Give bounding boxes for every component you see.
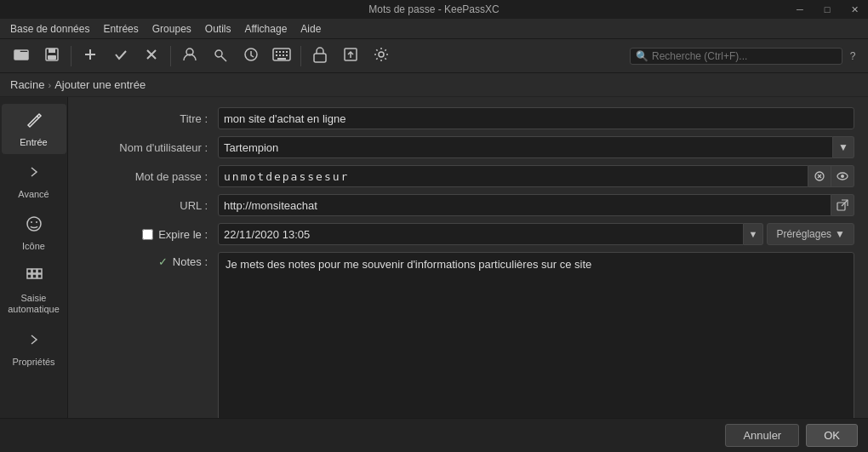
toolbar: 🔍 ?: [0, 39, 868, 73]
edit-icon: [25, 111, 43, 134]
grid-icon: [25, 266, 43, 289]
toolbar-separator-1: [71, 46, 71, 66]
notes-textarea[interactable]: [218, 252, 854, 418]
username-row: Nom d'utilisateur : ▼: [82, 136, 854, 158]
svg-rect-24: [314, 54, 326, 62]
export-button[interactable]: [336, 42, 365, 71]
titre-row: Titre :: [82, 107, 854, 129]
svg-line-12: [221, 56, 226, 61]
sidebar-item-properties[interactable]: Propriétés: [2, 323, 66, 374]
lock-button[interactable]: [306, 42, 334, 71]
expire-input[interactable]: [218, 223, 744, 245]
username-field-group: ▼: [218, 136, 854, 158]
url-open-button[interactable]: [831, 194, 854, 216]
save-db-button[interactable]: [37, 42, 66, 71]
svg-point-11: [215, 50, 222, 57]
form-area: Titre : Nom d'utilisateur : ▼ Mot de pas…: [68, 97, 868, 418]
new-entry-button[interactable]: [76, 42, 105, 71]
keyboard-button[interactable]: [267, 42, 296, 71]
svg-point-29: [27, 217, 41, 231]
history-button[interactable]: [237, 42, 266, 71]
menu-groups[interactable]: Groupes: [146, 21, 198, 37]
settings-button[interactable]: [367, 42, 396, 71]
properties-icon: [25, 330, 43, 353]
breadcrumb: Racine › Ajouter une entrée: [0, 73, 868, 97]
expire-checkbox[interactable]: [142, 229, 153, 240]
password-input[interactable]: [218, 165, 808, 187]
username-label: Nom d'utilisateur :: [82, 141, 218, 154]
cancel-button[interactable]: Annuler: [725, 424, 799, 447]
add-entry-icon: [82, 46, 99, 66]
svg-rect-36: [32, 274, 37, 278]
lock-icon: [312, 46, 328, 66]
export-icon: [342, 46, 359, 66]
sidebar-item-icon[interactable]: Icône: [2, 208, 66, 258]
svg-rect-5: [48, 55, 56, 60]
sidebar-item-advanced[interactable]: Avancé: [2, 156, 66, 206]
svg-point-42: [841, 175, 844, 178]
toolbar-separator-2: [170, 46, 171, 66]
svg-rect-2: [14, 52, 28, 60]
menu-entries[interactable]: Entrées: [96, 21, 145, 37]
footer: Annuler OK: [0, 418, 868, 452]
maximize-button[interactable]: □: [814, 0, 841, 19]
titre-input[interactable]: [218, 107, 854, 129]
username-input[interactable]: [218, 136, 833, 158]
url-input[interactable]: [218, 194, 831, 216]
svg-rect-17: [283, 51, 284, 53]
titlebar: Mots de passe - KeePassXC ─ □ ✕: [0, 0, 868, 19]
breadcrumb-separator: ›: [48, 80, 51, 90]
ok-button[interactable]: OK: [806, 424, 858, 447]
svg-point-27: [379, 52, 384, 57]
svg-rect-37: [37, 274, 42, 278]
delete-icon: [143, 46, 160, 66]
presets-button[interactable]: Préréglages ▼: [767, 223, 854, 245]
svg-rect-33: [32, 269, 37, 273]
password-toggle-button[interactable]: [831, 165, 854, 187]
open-db-button[interactable]: [7, 42, 36, 71]
sidebar-item-entry[interactable]: Entrée: [2, 104, 66, 154]
url-field-group: [218, 194, 854, 216]
confirm-entry-button[interactable]: [106, 42, 135, 71]
svg-rect-16: [279, 51, 281, 53]
key-button[interactable]: [206, 42, 235, 71]
svg-rect-20: [279, 54, 281, 56]
add-user-button[interactable]: [175, 42, 204, 71]
minimize-button[interactable]: ─: [786, 0, 814, 19]
svg-rect-7: [89, 49, 91, 60]
expire-arrow-button[interactable]: ▼: [744, 223, 764, 245]
menu-help[interactable]: Aide: [294, 21, 328, 37]
url-row: URL :: [82, 194, 854, 216]
search-box: 🔍: [630, 48, 842, 65]
sidebar: Entrée Avancé Icône Saisieautomatique: [0, 97, 68, 418]
check-icon: [112, 46, 129, 66]
password-generate-button[interactable]: [808, 165, 831, 187]
sidebar-item-advanced-label: Avancé: [18, 189, 49, 199]
notes-checkmark-icon: [158, 255, 168, 268]
save-db-icon: [43, 46, 60, 66]
sidebar-item-entry-label: Entrée: [20, 137, 47, 147]
expire-input-area: ▼ Préréglages ▼: [218, 223, 854, 245]
delete-entry-button[interactable]: [137, 42, 166, 71]
breadcrumb-current: Ajouter une entrée: [54, 78, 146, 91]
password-row: Mot de passe :: [82, 165, 854, 187]
search-icon: 🔍: [636, 50, 648, 62]
svg-rect-4: [49, 49, 55, 53]
menu-database[interactable]: Base de données: [3, 21, 96, 37]
toolbar-separator-3: [300, 46, 301, 66]
sidebar-item-icon-label: Icône: [22, 241, 45, 251]
key-icon: [212, 46, 229, 66]
breadcrumb-root: Racine: [10, 78, 44, 91]
sidebar-item-autotype[interactable]: Saisieautomatique: [2, 260, 66, 322]
username-dropdown-button[interactable]: ▼: [833, 136, 854, 158]
menu-tools[interactable]: Outils: [198, 21, 238, 37]
search-input[interactable]: [652, 50, 837, 62]
close-button[interactable]: ✕: [841, 0, 868, 19]
menu-view[interactable]: Affichage: [238, 21, 294, 37]
svg-rect-32: [27, 269, 31, 273]
menubar: Base de données Entrées Groupes Outils A…: [0, 19, 868, 39]
search-help-button[interactable]: ?: [844, 48, 861, 65]
svg-point-30: [31, 221, 32, 223]
expire-row: Expire le : ▼ Préréglages ▼: [82, 223, 854, 245]
expire-checkbox-area: Expire le :: [82, 228, 218, 241]
